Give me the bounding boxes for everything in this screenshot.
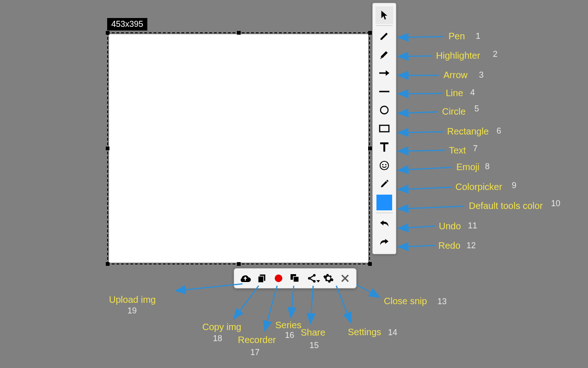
num-arrow: 3 bbox=[479, 70, 484, 80]
num-emoji: 8 bbox=[485, 162, 490, 172]
highlighter-icon bbox=[379, 49, 389, 60]
resize-handle-ne[interactable] bbox=[368, 31, 372, 35]
emoji-tool[interactable] bbox=[376, 157, 393, 174]
svg-line-23 bbox=[398, 112, 438, 113]
emoji-icon bbox=[379, 160, 389, 171]
svg-line-34 bbox=[291, 286, 294, 318]
redo-icon bbox=[379, 238, 389, 246]
label-text: Text bbox=[449, 145, 466, 156]
cursor-icon bbox=[380, 10, 389, 20]
resize-handle-se[interactable] bbox=[368, 262, 372, 266]
svg-line-32 bbox=[234, 286, 259, 319]
undo-icon bbox=[379, 219, 389, 227]
selection-dimensions-badge: 453x395 bbox=[107, 18, 147, 31]
text-tool[interactable] bbox=[376, 138, 393, 156]
resize-handle-s[interactable] bbox=[237, 262, 241, 266]
label-upload: Upload img bbox=[109, 294, 156, 305]
label-arrow: Arrow bbox=[443, 70, 467, 80]
pen-tool[interactable] bbox=[376, 27, 393, 45]
num-line: 4 bbox=[470, 88, 475, 98]
svg-line-24 bbox=[398, 132, 443, 133]
line-tool[interactable] bbox=[376, 83, 393, 100]
svg-point-4 bbox=[380, 161, 388, 170]
text-icon bbox=[380, 142, 389, 152]
cloud-upload-icon bbox=[239, 274, 251, 283]
svg-line-25 bbox=[398, 150, 445, 151]
rectangle-icon bbox=[379, 124, 390, 133]
label-undo: Undo bbox=[439, 221, 461, 232]
num-undo: 11 bbox=[468, 221, 477, 231]
label-highlighter: Highlighter bbox=[436, 50, 480, 61]
label-settings: Settings bbox=[348, 327, 381, 337]
num-copy: 18 bbox=[213, 334, 222, 343]
svg-line-28 bbox=[398, 206, 464, 209]
label-recorder: Recorder bbox=[238, 335, 276, 345]
label-line: Line bbox=[446, 88, 463, 98]
pen-icon bbox=[379, 31, 389, 41]
resize-handle-sw[interactable] bbox=[106, 262, 109, 266]
label-colorpicker: Colorpicker bbox=[455, 182, 502, 192]
num-redo: 12 bbox=[467, 241, 476, 251]
cursor-tool[interactable] bbox=[376, 6, 393, 24]
line-icon bbox=[379, 90, 390, 93]
svg-point-9 bbox=[275, 275, 283, 282]
num-settings: 14 bbox=[388, 328, 397, 337]
series-button[interactable] bbox=[287, 270, 303, 287]
num-pen: 1 bbox=[476, 31, 480, 41]
arrow-icon bbox=[379, 70, 390, 76]
svg-line-27 bbox=[398, 187, 451, 190]
svg-point-2 bbox=[381, 106, 388, 114]
label-emoji: Emoji bbox=[456, 162, 479, 172]
label-share: Share bbox=[301, 327, 325, 338]
stage: 453x395 bbox=[0, 0, 588, 368]
svg-line-26 bbox=[398, 167, 452, 170]
svg-line-37 bbox=[357, 285, 380, 297]
svg-line-16 bbox=[310, 279, 313, 281]
annotation-toolbar bbox=[372, 3, 396, 254]
num-series: 16 bbox=[285, 331, 294, 340]
num-upload: 19 bbox=[127, 306, 137, 316]
svg-line-15 bbox=[310, 276, 313, 278]
series-icon bbox=[290, 273, 301, 283]
num-recorder: 17 bbox=[250, 348, 260, 357]
default-color-swatch[interactable] bbox=[376, 195, 392, 210]
label-redo: Redo bbox=[438, 240, 461, 251]
svg-line-35 bbox=[310, 286, 313, 324]
svg-rect-11 bbox=[293, 276, 299, 282]
close-icon bbox=[340, 274, 350, 283]
svg-line-31 bbox=[176, 284, 242, 291]
num-circle: 5 bbox=[474, 104, 479, 114]
svg-line-19 bbox=[398, 37, 443, 37]
toolbar-divider bbox=[376, 213, 393, 213]
redo-button[interactable] bbox=[376, 233, 393, 251]
num-colorpicker: 9 bbox=[512, 181, 516, 190]
svg-rect-3 bbox=[380, 125, 389, 132]
circle-tool[interactable] bbox=[376, 101, 393, 119]
colorpicker-tool[interactable] bbox=[376, 175, 393, 193]
svg-line-22 bbox=[398, 93, 443, 94]
settings-button[interactable] bbox=[320, 270, 337, 287]
label-rectangle: Rectangle bbox=[447, 126, 489, 137]
upload-button[interactable] bbox=[237, 270, 254, 287]
resize-handle-n[interactable] bbox=[237, 31, 241, 35]
arrow-tool[interactable] bbox=[376, 64, 393, 82]
close-button[interactable] bbox=[337, 270, 353, 287]
highlighter-tool[interactable] bbox=[376, 46, 393, 63]
copy-icon bbox=[257, 273, 267, 283]
eyedropper-icon bbox=[379, 179, 389, 189]
circle-icon bbox=[379, 105, 389, 115]
toolbar-divider bbox=[376, 25, 393, 26]
label-circle: Circle bbox=[442, 106, 466, 117]
label-close: Close snip bbox=[384, 296, 427, 307]
num-share: 15 bbox=[309, 341, 319, 350]
resize-handle-nw[interactable] bbox=[106, 31, 109, 35]
resize-handle-w[interactable] bbox=[106, 147, 109, 150]
copy-button[interactable] bbox=[254, 270, 270, 287]
num-close: 13 bbox=[437, 297, 447, 307]
resize-handle-e[interactable] bbox=[368, 147, 372, 150]
num-highlighter: 2 bbox=[493, 49, 497, 59]
rectangle-tool[interactable] bbox=[376, 120, 393, 137]
record-button[interactable] bbox=[270, 270, 287, 287]
undo-button[interactable] bbox=[376, 215, 393, 232]
share-button[interactable] bbox=[303, 270, 320, 287]
